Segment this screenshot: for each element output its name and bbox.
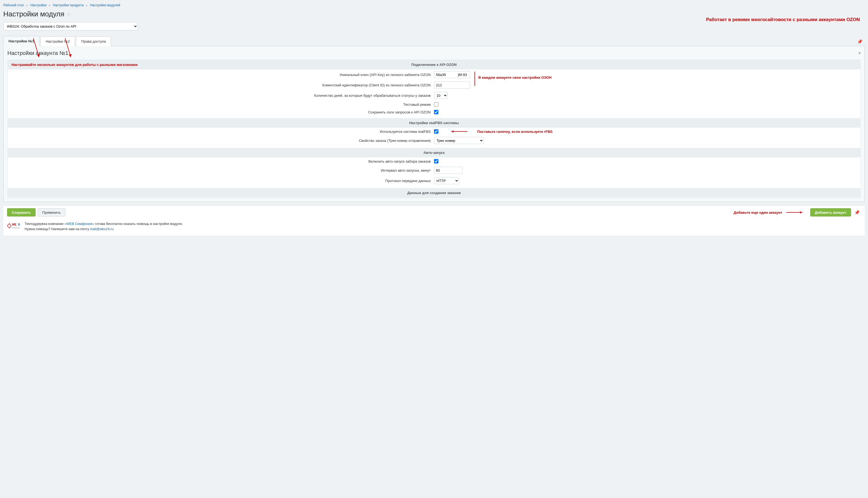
crumb-product-settings[interactable]: Настройки продукта [53,3,84,7]
client-id-input[interactable] [434,81,470,89]
web-symphony-link[interactable]: «WEB Симфония» [65,222,94,226]
crumb-settings[interactable]: Настройки [30,3,47,7]
multisite-banner: Работает в режиме многосайтовости с разн… [706,17,860,23]
chevron-right-icon: ▸ [49,4,50,7]
days-select[interactable]: 10 [434,92,448,99]
section-title: Настройки аккаунта №1 [8,50,68,56]
group-heading-orders: Данные для создания заказов [8,188,860,198]
module-select[interactable]: WBS24: Обработка заказов с Ozon по API [3,22,138,30]
rfbs-note: Поставьте галочку, если используете rFBS [477,130,553,134]
tab-access[interactable]: Права доступа [76,36,111,46]
web-symphony-logo: WE B симфония [7,221,22,229]
tabs-bar: Настройки №1 Настройки №2 Права доступа … [3,36,865,46]
group-heading-auto: Авто-запуск [8,148,860,157]
support-text-2a: Нужна помощь? Напишите нам на почту [25,227,90,231]
pin-icon[interactable]: 📌 [855,37,865,46]
crumb-desktop[interactable]: Рабочий стол [3,3,24,7]
crumb-module-settings[interactable]: Настройки модулей [90,3,120,7]
protocol-select[interactable]: HTTP [434,177,459,184]
collapse-icon[interactable]: ▾ [858,51,860,56]
annotation-arrow-icon [786,212,803,213]
auto-enable-label: Включить авто-запуск забора заказов [12,159,434,163]
pin-icon[interactable]: 📌 [853,210,861,215]
svg-point-4 [8,224,11,227]
add-account-note: Добавьте еще один аккаунт [734,210,782,214]
svg-text:WE: WE [12,223,16,226]
multi-accounts-note: Настраивайте несколько аккаунтов для раб… [12,63,138,67]
support-row: WE B симфония Техподдержка компании «WEB… [3,219,865,236]
breadcrumb: Рабочий стол ▸ Настройки ▸ Настройки про… [3,2,865,10]
track-prop-label: Свойство заказа (Трек-номер отправления) [12,139,434,143]
track-prop-select[interactable]: Трек номер [434,137,484,144]
support-text-1a: Техподдержка компании [25,222,65,226]
annotation-arrow-icon [451,131,467,132]
svg-text:B: B [18,223,20,226]
page-title: Настройки модуля [3,10,64,18]
support-email-link[interactable]: mail@wbs24.ru [90,227,114,231]
group-heading-api: Настраивайте несколько аккаунтов для раб… [8,60,860,69]
api-key-label: Уникальный ключ (API Key) из личного каб… [12,73,434,77]
auto-interval-label: Интервал авто-запуска, минут [12,168,434,172]
tab-settings-1[interactable]: Настройки №1 [3,36,39,46]
footer-bar: Сохранить Применить Добавьте еще один ак… [3,205,865,219]
auto-enable-checkbox[interactable] [434,159,438,163]
chevron-right-icon: ▸ [27,4,28,7]
apply-button[interactable]: Применить [38,208,65,217]
protocol-label: Протокол передачи данных [12,179,434,183]
logs-label: Сохранять логи запросов к API OZON [12,110,434,114]
use-realfbs-checkbox[interactable] [434,129,438,134]
add-account-button[interactable]: Добавить аккаунт [810,208,851,217]
support-text-1b: готова бесплатно оказать помощь в настро… [94,222,183,226]
settings-panel: Настройки аккаунта №1 ▾ Настраивайте нес… [3,46,865,202]
test-mode-label: Тестовый режим [12,103,434,107]
group-heading-realfbs: Настройки realFBS системы [8,118,860,128]
days-label: Количество дней, за которые будут обраба… [12,93,434,97]
client-id-label: Клиентский идентификатор (Client ID) из … [12,83,434,87]
svg-text:симфония: симфония [12,227,20,228]
chevron-right-icon: ▸ [86,4,88,7]
save-button[interactable]: Сохранить [7,208,36,217]
auto-interval-input[interactable] [434,167,463,174]
favorite-star-icon[interactable]: ☆ [66,11,71,17]
per-account-note: В каждом аккаунте свои настройки ОЗОН [478,76,552,80]
logs-checkbox[interactable] [434,110,438,114]
test-mode-checkbox[interactable] [434,102,438,107]
use-realfbs-label: Используется система realFBS [12,130,434,134]
api-key-input[interactable] [434,71,470,78]
tab-settings-2[interactable]: Настройки №2 [40,36,75,46]
